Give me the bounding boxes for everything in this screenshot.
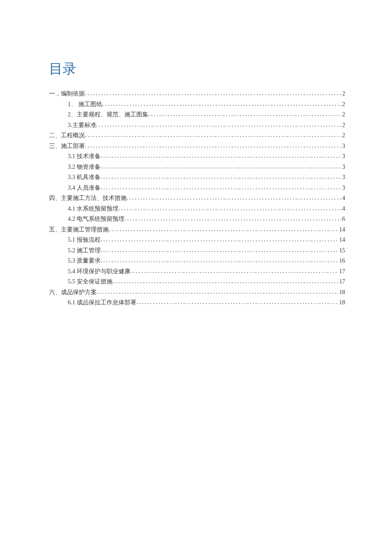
toc-entry: 5.3 质量要求16	[49, 256, 345, 266]
toc-leader-dots	[101, 234, 338, 245]
toc-leader-dots	[101, 182, 341, 193]
toc-entry: 4.2 电气系统预留预埋6	[49, 214, 345, 225]
toc-leader-dots	[96, 120, 342, 130]
toc-entry: 2、主要规程、规范、施工图集2	[49, 110, 345, 120]
toc-entry: 5.4 环境保护与职业健康17	[49, 266, 345, 277]
toc-entry: 5.1 报验流程14	[49, 235, 345, 246]
toc-leader-dots	[101, 162, 341, 172]
toc-entry: 四、主要施工方法、技术措施4	[49, 193, 345, 204]
toc-entry: 5.5 安全保证措施17	[49, 277, 345, 287]
toc-entry-label: 4.2 电气系统预留预埋	[68, 214, 124, 225]
toc-entry-page: 2	[341, 120, 345, 131]
toc-entry-page: 3	[341, 183, 345, 194]
toc-leader-dots	[148, 109, 341, 120]
toc-leader-dots	[136, 297, 338, 308]
toc-entry-page: 3	[341, 141, 345, 152]
toc-entry-page: 16	[338, 256, 345, 266]
toc-entry: 3.2 物资准备3	[49, 162, 345, 173]
toc-container: 一，编制依据21、 施工图纸22、主要规程、规范、施工图集23.主要标准2二、工…	[49, 89, 345, 308]
toc-entry: 五、主要施工管理措施14	[49, 225, 345, 235]
toc-entry: 5.2 施工管理15	[49, 246, 345, 256]
toc-entry-page: 3	[341, 151, 345, 162]
toc-entry-label: 一，编制依据	[49, 89, 85, 99]
toc-entry-label: 3.1 技术准备	[68, 151, 101, 162]
toc-entry-label: 5.5 安全保证措施	[68, 277, 112, 287]
toc-entry-page: 2	[341, 110, 345, 120]
toc-entry-page: 3	[341, 162, 345, 173]
toc-entry-page: 3	[341, 172, 345, 183]
toc-entry-page: 2	[341, 89, 345, 99]
toc-entry: 3.主要标准2	[49, 120, 345, 131]
toc-entry-page: 2	[341, 99, 345, 110]
toc-entry-label: 3.2 物资准备	[68, 162, 101, 173]
toc-entry-label: 1、 施工图纸	[68, 99, 102, 110]
toc-entry-label: 5.2 施工管理	[68, 246, 101, 256]
toc-entry-page: 6	[341, 214, 345, 225]
toc-entry-label: 五、主要施工管理措施	[49, 225, 109, 235]
toc-leader-dots	[109, 224, 338, 235]
toc-leader-dots	[124, 214, 341, 224]
toc-entry-page: 2	[341, 130, 345, 141]
toc-entry-page: 17	[338, 277, 345, 287]
toc-entry-page: 17	[338, 266, 345, 277]
toc-leader-dots	[127, 193, 341, 203]
toc-entry: 二、工程概况2	[49, 130, 345, 141]
toc-entry-label: 2、主要规程、规范、施工图集	[68, 110, 148, 120]
toc-entry-label: 三、施工部署	[49, 141, 85, 152]
toc-entry-page: 18	[338, 287, 345, 298]
toc-entry-label: 3.4 人员准备	[68, 183, 101, 194]
toc-entry-label: 5.3 质量要求	[68, 256, 101, 266]
toc-leader-dots	[118, 203, 341, 214]
toc-entry-page: 4	[341, 204, 345, 214]
toc-entry-label: 5.4 环境保护与职业健康	[68, 266, 130, 277]
toc-entry: 一，编制依据2	[49, 89, 345, 99]
toc-leader-dots	[130, 266, 338, 277]
toc-leader-dots	[85, 130, 341, 141]
toc-entry: 六、成品保护方案18	[49, 287, 345, 298]
toc-entry: 3.3 机具准备3	[49, 172, 345, 183]
toc-entry: 3.4 人员准备3	[49, 183, 345, 194]
toc-leader-dots	[101, 172, 341, 182]
toc-leader-dots	[101, 255, 338, 266]
toc-leader-dots	[97, 287, 338, 298]
toc-entry-label: 4.1 水系统预留预埋	[68, 204, 118, 214]
toc-entry: 4.1 水系统预留预埋4	[49, 204, 345, 214]
toc-entry: 3.1 技术准备3	[49, 151, 345, 162]
toc-entry-page: 18	[338, 298, 345, 308]
toc-leader-dots	[101, 245, 338, 256]
toc-entry-page: 4	[341, 193, 345, 204]
toc-entry: 1、 施工图纸2	[49, 99, 345, 110]
toc-entry-label: 3.主要标准	[68, 120, 96, 131]
toc-entry-page: 15	[338, 246, 345, 256]
toc-leader-dots	[112, 276, 338, 287]
toc-entry-label: 3.3 机具准备	[68, 172, 101, 183]
toc-title: 目录	[49, 60, 345, 78]
toc-entry-label: 六、成品保护方案	[49, 287, 97, 298]
toc-entry-label: 6.1 成品保拉工作息体部署	[68, 298, 136, 308]
toc-entry-label: 二、工程概况	[49, 130, 85, 141]
toc-entry-page: 14	[338, 235, 345, 246]
toc-entry: 6.1 成品保拉工作息体部署18	[49, 298, 345, 308]
toc-leader-dots	[102, 99, 342, 110]
toc-entry-label: 四、主要施工方法、技术措施	[49, 193, 127, 204]
toc-entry-label: 5.1 报验流程	[68, 235, 101, 246]
toc-leader-dots	[101, 151, 341, 162]
toc-leader-dots	[85, 88, 341, 99]
toc-entry-page: 14	[338, 225, 345, 235]
toc-leader-dots	[85, 141, 341, 151]
toc-entry: 三、施工部署3	[49, 141, 345, 152]
